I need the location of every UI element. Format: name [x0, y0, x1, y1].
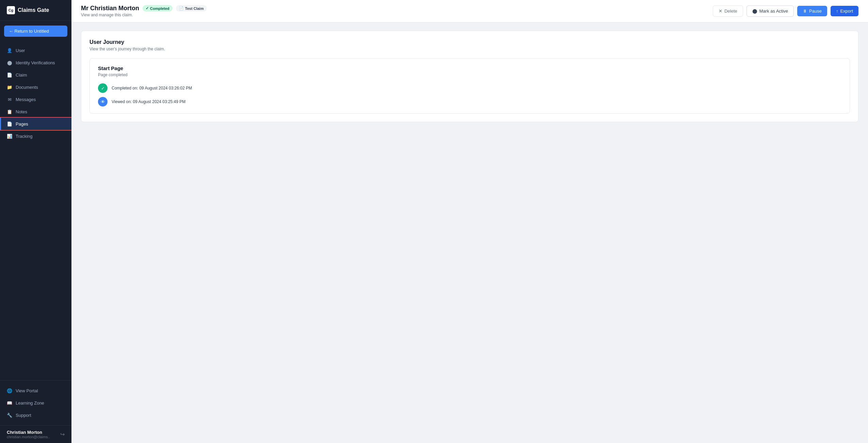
sidebar-item-support-label: Support — [16, 413, 31, 418]
sidebar-item-support[interactable]: 🔧 Support — [0, 409, 71, 421]
sidebar-item-pages[interactable]: 📄 Pages — [0, 118, 71, 130]
mark-active-icon: ⬤ — [752, 9, 757, 14]
sidebar-item-view-portal[interactable]: 🌐 View Portal — [0, 384, 71, 397]
header-subtitle: View and manage this claim. — [81, 13, 207, 17]
sidebar-item-documents-label: Documents — [16, 85, 38, 90]
support-icon: 🔧 — [7, 412, 12, 418]
sidebar-item-identity-verifications[interactable]: ⬤ Identity Verifications — [0, 56, 71, 69]
sidebar-item-claim-label: Claim — [16, 72, 27, 78]
sidebar-item-notes-label: Notes — [16, 109, 27, 114]
section-title: User Journey — [89, 39, 850, 45]
view-portal-icon: 🌐 — [7, 388, 12, 393]
logout-icon[interactable]: ↪ — [60, 431, 65, 438]
sidebar-item-user-label: User — [16, 48, 25, 53]
claim-icon: 📄 — [7, 72, 12, 78]
page-title: Mr Christian Morton ✓ Completed 📄 Test C… — [81, 5, 207, 12]
header-actions: ✕ Delete ⬤ Mark as Active ⏸ Pause ↑ Expo… — [713, 5, 858, 17]
sidebar-nav: 👤 User ⬤ Identity Verifications 📄 Claim … — [0, 42, 71, 380]
documents-icon: 📁 — [7, 84, 12, 90]
sidebar-item-tracking-label: Tracking — [16, 134, 32, 139]
section-subtitle: View the user's journey through the clai… — [89, 47, 850, 51]
sidebar-logo-label: Claims Gate — [18, 7, 49, 13]
completed-check-icon: ✓ — [146, 6, 149, 11]
return-to-untitled-button[interactable]: ← Return to Untitled — [4, 26, 67, 37]
content-area: User Journey View the user's journey thr… — [71, 22, 868, 443]
sidebar-item-identity-label: Identity Verifications — [16, 60, 55, 65]
sidebar-item-learning-zone-label: Learning Zone — [16, 400, 44, 406]
sidebar-item-messages[interactable]: ✉ Messages — [0, 93, 71, 105]
completed-event-text: Completed on: 09 August 2024 03:26:02 PM — [112, 86, 192, 91]
user-info: Christian Morton christian.morton@claims… — [7, 430, 50, 439]
start-page-card: Start Page Page completed ✓ Completed on… — [89, 58, 850, 114]
completed-event-icon: ✓ — [98, 83, 108, 93]
viewed-event: 👁 Viewed on: 09 August 2024 03:25:49 PM — [98, 97, 841, 106]
sidebar: Cg Claims Gate ← Return to Untitled 👤 Us… — [0, 0, 71, 443]
tracking-icon: 📊 — [7, 133, 12, 139]
user-journey-section: User Journey View the user's journey thr… — [81, 31, 858, 122]
claim-holder-name: Mr Christian Morton — [81, 5, 139, 12]
sidebar-item-claim[interactable]: 📄 Claim — [0, 69, 71, 81]
header-left: Mr Christian Morton ✓ Completed 📄 Test C… — [81, 5, 207, 17]
user-profile: Christian Morton christian.morton@claims… — [0, 425, 71, 443]
export-button[interactable]: ↑ Export — [831, 6, 858, 16]
status-badge-completed: ✓ Completed — [143, 5, 173, 12]
status-badge-test: 📄 Test Claim — [176, 5, 207, 12]
sidebar-item-notes[interactable]: 📋 Notes — [0, 105, 71, 118]
journey-events: ✓ Completed on: 09 August 2024 03:26:02 … — [98, 83, 841, 106]
journey-card-subtitle: Page completed — [98, 72, 841, 77]
main-content: Mr Christian Morton ✓ Completed 📄 Test C… — [71, 0, 868, 443]
viewed-event-icon: 👁 — [98, 97, 108, 106]
sidebar-item-messages-label: Messages — [16, 97, 36, 102]
pause-icon: ⏸ — [803, 9, 807, 14]
viewed-event-text: Viewed on: 09 August 2024 03:25:49 PM — [112, 99, 185, 104]
pause-button[interactable]: ⏸ Pause — [797, 6, 827, 16]
sidebar-item-user[interactable]: 👤 User — [0, 44, 71, 56]
delete-icon: ✕ — [719, 9, 722, 14]
sidebar-item-pages-label: Pages — [16, 121, 28, 127]
user-name: Christian Morton — [7, 430, 50, 435]
user-icon: 👤 — [7, 48, 12, 53]
test-claim-icon: 📄 — [179, 6, 184, 11]
sidebar-item-documents[interactable]: 📁 Documents — [0, 81, 71, 93]
page-header: Mr Christian Morton ✓ Completed 📄 Test C… — [71, 0, 868, 22]
journey-card-title: Start Page — [98, 65, 841, 71]
sidebar-logo: Cg Claims Gate — [0, 0, 71, 21]
export-icon: ↑ — [836, 9, 838, 14]
delete-button[interactable]: ✕ Delete — [713, 5, 743, 17]
user-email: christian.morton@claims.. — [7, 435, 50, 439]
sidebar-item-view-portal-label: View Portal — [16, 388, 38, 393]
completed-event: ✓ Completed on: 09 August 2024 03:26:02 … — [98, 83, 841, 93]
notes-icon: 📋 — [7, 109, 12, 114]
mark-as-active-button[interactable]: ⬤ Mark as Active — [747, 5, 794, 17]
messages-icon: ✉ — [7, 97, 12, 102]
sidebar-bottom: 🌐 View Portal 📖 Learning Zone 🔧 Support — [0, 380, 71, 425]
pages-icon: 📄 — [7, 121, 12, 127]
sidebar-item-tracking[interactable]: 📊 Tracking — [0, 130, 71, 142]
identity-icon: ⬤ — [7, 60, 12, 65]
learning-zone-icon: 📖 — [7, 400, 12, 406]
claims-gate-logo-icon: Cg — [7, 6, 15, 14]
sidebar-item-learning-zone[interactable]: 📖 Learning Zone — [0, 397, 71, 409]
